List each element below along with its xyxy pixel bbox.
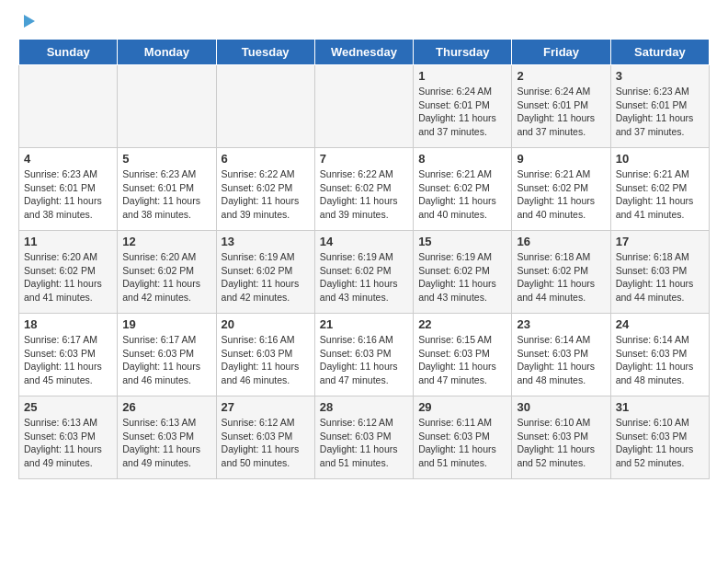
header-sunday: Sunday (19, 40, 118, 65)
day-info: Sunrise: 6:20 AM Sunset: 6:02 PM Dayligh… (24, 250, 112, 304)
calendar-header-row: SundayMondayTuesdayWednesdayThursdayFrid… (19, 40, 710, 65)
page-header (18, 15, 710, 29)
day-number: 7 (320, 152, 408, 166)
day-info: Sunrise: 6:21 AM Sunset: 6:02 PM Dayligh… (616, 167, 704, 222)
calendar-cell: 14Sunrise: 6:19 AM Sunset: 6:02 PM Dayli… (314, 231, 413, 314)
day-number: 12 (122, 235, 210, 248)
calendar-cell (118, 65, 216, 148)
calendar-cell: 5Sunrise: 6:23 AM Sunset: 6:01 PM Daylig… (118, 148, 216, 231)
logo (18, 15, 37, 29)
day-info: Sunrise: 6:16 AM Sunset: 6:03 PM Dayligh… (320, 333, 408, 387)
calendar-cell: 27Sunrise: 6:12 AM Sunset: 6:03 PM Dayli… (216, 396, 314, 479)
day-number: 23 (517, 317, 605, 331)
day-info: Sunrise: 6:14 AM Sunset: 6:03 PM Dayligh… (517, 333, 605, 387)
calendar-cell: 26Sunrise: 6:13 AM Sunset: 6:03 PM Dayli… (118, 396, 216, 479)
day-number: 21 (320, 317, 408, 331)
day-number: 26 (122, 400, 210, 414)
calendar-cell (216, 65, 314, 148)
day-number: 31 (616, 400, 704, 414)
header-thursday: Thursday (414, 40, 512, 65)
day-number: 11 (24, 235, 112, 248)
day-info: Sunrise: 6:18 AM Sunset: 6:02 PM Dayligh… (517, 250, 605, 304)
day-number: 28 (320, 400, 408, 414)
day-info: Sunrise: 6:23 AM Sunset: 6:01 PM Dayligh… (616, 85, 704, 139)
day-number: 16 (517, 235, 605, 248)
calendar-cell (314, 65, 413, 148)
calendar-cell: 3Sunrise: 6:23 AM Sunset: 6:01 PM Daylig… (610, 65, 709, 148)
day-number: 30 (517, 400, 605, 414)
calendar-cell: 11Sunrise: 6:20 AM Sunset: 6:02 PM Dayli… (19, 231, 118, 314)
day-number: 17 (616, 235, 704, 248)
day-number: 15 (418, 235, 506, 248)
calendar-cell: 22Sunrise: 6:15 AM Sunset: 6:03 PM Dayli… (414, 314, 512, 396)
day-number: 25 (24, 400, 112, 414)
calendar-cell: 19Sunrise: 6:17 AM Sunset: 6:03 PM Dayli… (118, 314, 216, 396)
day-number: 19 (122, 317, 210, 331)
calendar-cell: 20Sunrise: 6:16 AM Sunset: 6:03 PM Dayli… (216, 314, 314, 396)
day-number: 2 (517, 69, 605, 83)
day-number: 6 (222, 152, 310, 166)
header-saturday: Saturday (610, 40, 709, 65)
day-info: Sunrise: 6:11 AM Sunset: 6:03 PM Dayligh… (418, 416, 506, 470)
day-info: Sunrise: 6:22 AM Sunset: 6:02 PM Dayligh… (222, 167, 310, 222)
day-info: Sunrise: 6:17 AM Sunset: 6:03 PM Dayligh… (122, 333, 210, 387)
day-number: 27 (222, 400, 310, 414)
day-info: Sunrise: 6:23 AM Sunset: 6:01 PM Dayligh… (122, 167, 210, 222)
day-number: 3 (616, 69, 704, 83)
day-info: Sunrise: 6:17 AM Sunset: 6:03 PM Dayligh… (24, 333, 112, 387)
calendar-cell: 17Sunrise: 6:18 AM Sunset: 6:03 PM Dayli… (610, 231, 709, 314)
day-number: 20 (222, 317, 310, 331)
calendar-week-5: 25Sunrise: 6:13 AM Sunset: 6:03 PM Dayli… (19, 396, 710, 479)
calendar-cell: 29Sunrise: 6:11 AM Sunset: 6:03 PM Dayli… (414, 396, 512, 479)
day-info: Sunrise: 6:12 AM Sunset: 6:03 PM Dayligh… (320, 416, 408, 470)
day-info: Sunrise: 6:19 AM Sunset: 6:02 PM Dayligh… (418, 250, 506, 304)
day-info: Sunrise: 6:22 AM Sunset: 6:02 PM Dayligh… (320, 167, 408, 222)
day-info: Sunrise: 6:19 AM Sunset: 6:02 PM Dayligh… (222, 250, 310, 304)
calendar-cell: 31Sunrise: 6:10 AM Sunset: 6:03 PM Dayli… (610, 396, 709, 479)
calendar-cell: 1Sunrise: 6:24 AM Sunset: 6:01 PM Daylig… (414, 65, 512, 148)
calendar-week-2: 4Sunrise: 6:23 AM Sunset: 6:01 PM Daylig… (19, 148, 710, 231)
calendar-table: SundayMondayTuesdayWednesdayThursdayFrid… (18, 39, 710, 479)
day-number: 10 (616, 152, 704, 166)
calendar-cell: 30Sunrise: 6:10 AM Sunset: 6:03 PM Dayli… (512, 396, 610, 479)
day-info: Sunrise: 6:24 AM Sunset: 6:01 PM Dayligh… (517, 85, 605, 139)
day-number: 4 (24, 152, 112, 166)
svg-marker-0 (24, 15, 35, 28)
day-info: Sunrise: 6:20 AM Sunset: 6:02 PM Dayligh… (122, 250, 210, 304)
day-info: Sunrise: 6:13 AM Sunset: 6:03 PM Dayligh… (24, 416, 112, 470)
calendar-cell: 25Sunrise: 6:13 AM Sunset: 6:03 PM Dayli… (19, 396, 118, 479)
day-info: Sunrise: 6:24 AM Sunset: 6:01 PM Dayligh… (418, 85, 506, 139)
calendar-cell (19, 65, 118, 148)
calendar-cell: 13Sunrise: 6:19 AM Sunset: 6:02 PM Dayli… (216, 231, 314, 314)
day-info: Sunrise: 6:13 AM Sunset: 6:03 PM Dayligh… (122, 416, 210, 470)
calendar-week-4: 18Sunrise: 6:17 AM Sunset: 6:03 PM Dayli… (19, 314, 710, 396)
calendar-cell: 7Sunrise: 6:22 AM Sunset: 6:02 PM Daylig… (314, 148, 413, 231)
day-number: 24 (616, 317, 704, 331)
calendar-cell: 10Sunrise: 6:21 AM Sunset: 6:02 PM Dayli… (610, 148, 709, 231)
day-info: Sunrise: 6:14 AM Sunset: 6:03 PM Dayligh… (616, 333, 704, 387)
day-number: 13 (222, 235, 310, 248)
day-number: 9 (517, 152, 605, 166)
calendar-cell: 28Sunrise: 6:12 AM Sunset: 6:03 PM Dayli… (314, 396, 413, 479)
day-number: 18 (24, 317, 112, 331)
calendar-cell: 9Sunrise: 6:21 AM Sunset: 6:02 PM Daylig… (512, 148, 610, 231)
calendar-cell: 2Sunrise: 6:24 AM Sunset: 6:01 PM Daylig… (512, 65, 610, 148)
day-info: Sunrise: 6:15 AM Sunset: 6:03 PM Dayligh… (418, 333, 506, 387)
day-info: Sunrise: 6:10 AM Sunset: 6:03 PM Dayligh… (616, 416, 704, 470)
header-friday: Friday (512, 40, 610, 65)
day-number: 8 (418, 152, 506, 166)
day-number: 22 (418, 317, 506, 331)
logo-arrow-icon (20, 13, 37, 29)
day-number: 14 (320, 235, 408, 248)
day-info: Sunrise: 6:19 AM Sunset: 6:02 PM Dayligh… (320, 250, 408, 304)
day-info: Sunrise: 6:21 AM Sunset: 6:02 PM Dayligh… (418, 167, 506, 222)
calendar-cell: 21Sunrise: 6:16 AM Sunset: 6:03 PM Dayli… (314, 314, 413, 396)
day-info: Sunrise: 6:16 AM Sunset: 6:03 PM Dayligh… (222, 333, 310, 387)
day-info: Sunrise: 6:21 AM Sunset: 6:02 PM Dayligh… (517, 167, 605, 222)
day-number: 29 (418, 400, 506, 414)
day-info: Sunrise: 6:12 AM Sunset: 6:03 PM Dayligh… (222, 416, 310, 470)
header-monday: Monday (118, 40, 216, 65)
calendar-cell: 18Sunrise: 6:17 AM Sunset: 6:03 PM Dayli… (19, 314, 118, 396)
calendar-cell: 8Sunrise: 6:21 AM Sunset: 6:02 PM Daylig… (414, 148, 512, 231)
day-info: Sunrise: 6:18 AM Sunset: 6:03 PM Dayligh… (616, 250, 704, 304)
